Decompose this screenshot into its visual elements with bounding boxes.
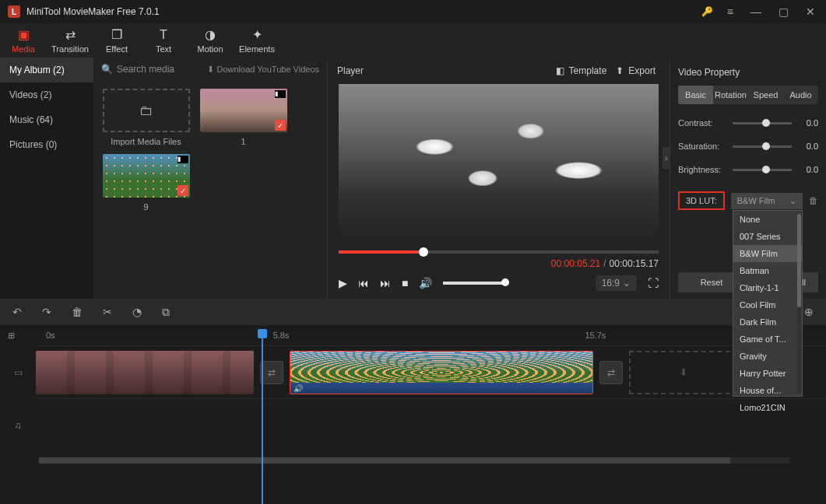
elements-icon: ✦ [252, 27, 262, 42]
seek-bar[interactable] [339, 250, 659, 254]
contrast-label: Contrast: [678, 118, 726, 128]
chevron-down-icon: ⌄ [623, 278, 631, 289]
dropdown-scrollbar[interactable] [797, 214, 801, 393]
volume-icon[interactable]: 🔊 [419, 277, 432, 289]
lut-option[interactable]: Harry Potter [733, 365, 802, 382]
lut-select[interactable]: B&W Film ⌄ None 007 Series B&W Film Batm… [731, 193, 803, 209]
trash-icon[interactable]: 🗑 [809, 195, 818, 206]
lut-option[interactable]: B&W Film [733, 245, 802, 262]
tab-text[interactable]: T Text [140, 23, 187, 58]
sidebar-item-music[interactable]: Music (64) [0, 107, 93, 132]
video-preview [339, 84, 659, 241]
brightness-label: Brightness: [678, 165, 726, 174]
tab-elements-label: Elements [239, 44, 275, 54]
search-input[interactable]: 🔍 Search media [101, 64, 201, 75]
prop-tab-speed[interactable]: Speed [748, 86, 783, 104]
time-marker: 15.7s [585, 331, 606, 340]
lut-option[interactable]: House of... [733, 382, 802, 399]
tab-elements[interactable]: ✦ Elements [234, 23, 280, 58]
sidebar-item-album[interactable]: My Album (2) [0, 58, 93, 82]
prop-tab-audio[interactable]: Audio [783, 86, 818, 104]
collapse-panel-button[interactable]: › [663, 147, 670, 169]
export-label: Export [628, 65, 656, 76]
lut-option[interactable]: Batman [733, 262, 802, 279]
clip-drop-slot[interactable]: ⬇ [629, 351, 738, 394]
timeline-scrollbar[interactable] [39, 457, 790, 464]
next-frame-button[interactable]: ⏭ [380, 277, 391, 289]
close-button[interactable]: ✕ [803, 5, 818, 18]
lut-label: 3D LUT: [678, 191, 725, 210]
contrast-value: 0.0 [798, 118, 818, 128]
check-icon: ✓ [275, 120, 286, 131]
motion-icon: ◑ [205, 27, 216, 42]
redo-button[interactable]: ↷ [42, 306, 51, 318]
export-button[interactable]: ⬆ Export [611, 65, 660, 76]
media-item-1[interactable]: ▮ ✓ 1 [199, 89, 288, 146]
template-button[interactable]: ◧ Template [551, 65, 612, 76]
timeline-clip-2[interactable]: 🔊 [290, 351, 593, 394]
prop-tab-rotation[interactable]: Rotation [713, 86, 748, 104]
play-button[interactable]: ▶ [339, 277, 347, 289]
brightness-slider[interactable] [733, 169, 792, 171]
split-button[interactable]: ✂ [103, 306, 112, 318]
volume-slider[interactable] [443, 282, 505, 285]
video-track: ▭ ⇄ 🔊 ⇄ ⬇ ⇄ [36, 345, 826, 398]
speed-button[interactable]: ◔ [132, 306, 142, 318]
lut-option[interactable]: Clarity-1-1 [733, 279, 802, 296]
lut-option[interactable]: Cool Film [733, 296, 802, 313]
add-track-icon[interactable]: ⊞ [8, 331, 15, 341]
tab-media[interactable]: ▣ Media [0, 23, 47, 58]
transition-slot[interactable]: ⇄ [599, 361, 623, 384]
delete-button[interactable]: 🗑 [72, 306, 83, 318]
tab-effect[interactable]: ❐ Effect [93, 23, 140, 58]
saturation-slider[interactable] [733, 145, 792, 148]
tab-motion[interactable]: ◑ Motion [187, 23, 234, 58]
timeline-clip-1[interactable] [36, 351, 254, 394]
download-youtube-link[interactable]: ⬇ Download YouTube Videos [207, 65, 319, 75]
prop-tab-basic[interactable]: Basic [678, 86, 713, 104]
download-label: Download YouTube Videos [217, 65, 320, 74]
menu-icon[interactable]: ≡ [724, 5, 736, 18]
template-label: Template [569, 65, 607, 76]
app-title: MiniTool MovieMaker Free 7.0.1 [26, 6, 701, 17]
stop-button[interactable]: ■ [402, 277, 408, 289]
export-icon: ⬆ [616, 65, 624, 76]
transition-slot[interactable]: ⇄ [260, 361, 283, 384]
chevron-down-icon: ⌄ [789, 196, 796, 206]
fullscreen-button[interactable]: ⛶ [648, 277, 659, 289]
sidebar-item-videos[interactable]: Videos (2) [0, 82, 93, 107]
lut-option[interactable]: Gravity [733, 348, 802, 365]
crop-button[interactable]: ⧉ [162, 306, 170, 319]
speaker-icon: 🔊 [293, 384, 303, 393]
tab-transition[interactable]: ⇄ Transition [47, 23, 93, 58]
key-icon[interactable]: 🔑 [701, 6, 713, 17]
saturation-label: Saturation: [678, 142, 726, 151]
minimize-button[interactable]: — [747, 5, 764, 18]
import-media-button[interactable]: 🗀 Import Media Files [101, 89, 191, 146]
timeline: ⊞ 0s 5.8s 15.7s ▭ ⇄ 🔊 ⇄ ⬇ ⇄ ♫ [0, 325, 826, 464]
prev-frame-button[interactable]: ⏮ [358, 277, 369, 289]
media-item-2[interactable]: ▮ ✓ 9 [101, 154, 191, 212]
lut-option[interactable]: Game of T... [733, 331, 802, 348]
lut-option[interactable]: Lomo21CIN [733, 399, 802, 416]
transition-icon: ⇄ [65, 27, 76, 42]
tab-media-label: Media [12, 44, 35, 54]
duration-time: 00:00:15.17 [610, 258, 659, 269]
lut-option[interactable]: None [733, 211, 802, 228]
template-icon: ◧ [556, 65, 564, 76]
playhead[interactable] [262, 330, 263, 504]
lut-dropdown: None 007 Series B&W Film Batman Clarity-… [733, 210, 803, 397]
zoom-in-button[interactable]: ⊕ [804, 306, 814, 318]
media-sidebar: My Album (2) Videos (2) Music (64) Pictu… [0, 58, 93, 299]
search-placeholder: Search media [117, 64, 174, 75]
current-time: 00:00:05.21 [551, 258, 600, 269]
sidebar-item-pictures[interactable]: Pictures (0) [0, 132, 93, 157]
contrast-slider[interactable] [733, 122, 792, 124]
aspect-ratio-select[interactable]: 16:9 ⌄ [596, 275, 637, 291]
tab-text-label: Text [156, 44, 171, 54]
lut-option[interactable]: Dark Film [733, 313, 802, 331]
lut-option[interactable]: 007 Series [733, 228, 802, 245]
effect-icon: ❐ [111, 27, 122, 42]
maximize-button[interactable]: ▢ [775, 5, 792, 18]
undo-button[interactable]: ↶ [12, 306, 22, 318]
